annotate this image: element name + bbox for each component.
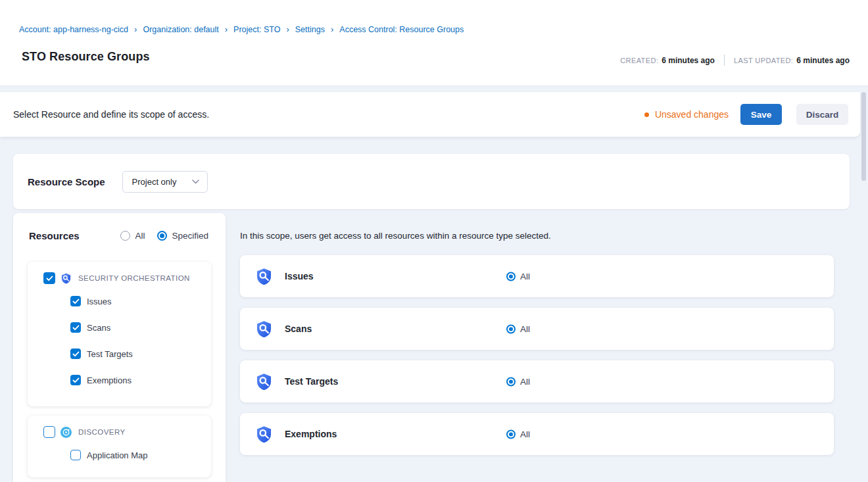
checkbox-issues[interactable] bbox=[70, 296, 81, 306]
radio-circle-selected-icon bbox=[157, 231, 167, 241]
radio-circle-selected-icon bbox=[506, 377, 516, 386]
resource-scope-select[interactable]: Project only bbox=[122, 171, 208, 193]
access-radio-all-issues[interactable]: All bbox=[506, 272, 530, 281]
access-radio-all-test-targets[interactable]: All bbox=[506, 377, 530, 387]
unsaved-dot-icon bbox=[644, 112, 649, 117]
created-value: 6 minutes ago bbox=[662, 56, 715, 65]
resources-mode-radio-group: All Specified bbox=[120, 231, 208, 241]
chevron-right-icon: › bbox=[286, 25, 289, 34]
last-updated-label: LAST UPDATED: bbox=[734, 57, 793, 64]
page-title: STO Resource Groups bbox=[22, 50, 150, 64]
radio-specified-label: Specified bbox=[172, 231, 208, 241]
access-radio-all-scans[interactable]: All bbox=[506, 324, 530, 334]
resource-item-issues: Issues bbox=[70, 288, 211, 314]
checkbox-test-targets[interactable] bbox=[70, 349, 81, 359]
shield-search-icon bbox=[255, 320, 273, 339]
checkbox-application-map[interactable] bbox=[70, 450, 81, 460]
resource-scope-selected-value: Project only bbox=[132, 177, 177, 187]
header-meta: CREATED: 6 minutes ago LAST UPDATED: 6 m… bbox=[620, 55, 850, 66]
resource-card-issues: Issues All bbox=[240, 255, 834, 297]
access-radio-label: All bbox=[520, 429, 530, 439]
breadcrumb-project[interactable]: Project: STO bbox=[233, 25, 280, 34]
resource-card-label: Scans bbox=[285, 324, 312, 334]
chevron-right-icon: › bbox=[331, 25, 333, 34]
resource-card-label: Issues bbox=[285, 271, 314, 281]
radar-icon bbox=[60, 427, 72, 438]
resources-panel: Resources All Specified SECURITY ORCHEST… bbox=[13, 213, 226, 482]
resource-card-label: Exemptions bbox=[285, 429, 337, 439]
checkbox-scans[interactable] bbox=[70, 322, 81, 333]
group-header: DISCOVERY bbox=[28, 416, 211, 438]
shield-search-icon bbox=[255, 372, 273, 391]
discard-button[interactable]: Discard bbox=[796, 104, 848, 125]
breadcrumb-account[interactable]: Account: app-harness-ng-cicd bbox=[19, 25, 128, 34]
unsaved-changes-status: Unsaved changes bbox=[644, 109, 729, 120]
chevron-right-icon: › bbox=[134, 25, 137, 34]
group-children: Issues Scans Test Targets Exemptions bbox=[28, 284, 211, 393]
resource-scope-card: Resource Scope Project only bbox=[13, 154, 850, 209]
radio-all[interactable]: All bbox=[120, 231, 145, 241]
access-radio-all-exemptions[interactable]: All bbox=[506, 429, 530, 439]
breadcrumb-resource-groups[interactable]: Access Control: Resource Groups bbox=[339, 25, 464, 34]
resource-item-scans: Scans bbox=[70, 314, 211, 341]
resource-label: Application Map bbox=[87, 450, 148, 460]
save-button[interactable]: Save bbox=[740, 104, 782, 125]
radio-circle-selected-icon bbox=[506, 324, 516, 333]
resource-card-test-targets: Test Targets All bbox=[240, 360, 834, 402]
group-discovery: DISCOVERY Application Map bbox=[28, 416, 211, 477]
radio-circle-selected-icon bbox=[506, 429, 516, 439]
group-children: Application Map bbox=[28, 438, 211, 468]
resources-header: Resources All Specified bbox=[13, 213, 226, 241]
toolbar-actions: Unsaved changes Save Discard bbox=[644, 104, 848, 125]
access-radio-label: All bbox=[520, 324, 530, 334]
checkbox-exemptions[interactable] bbox=[70, 375, 81, 385]
access-radio-label: All bbox=[520, 272, 530, 281]
resource-card-scans: Scans All bbox=[240, 308, 834, 350]
radio-circle-icon bbox=[120, 231, 130, 241]
shield-search-icon bbox=[255, 425, 273, 444]
radio-circle-selected-icon bbox=[506, 272, 516, 281]
resource-card-label: Test Targets bbox=[285, 376, 338, 387]
resource-label: Test Targets bbox=[87, 349, 133, 359]
shield-search-icon bbox=[255, 267, 273, 286]
resource-label: Exemptions bbox=[87, 375, 132, 385]
vertical-scrollbar[interactable] bbox=[861, 92, 866, 181]
resource-label: Scans bbox=[87, 323, 110, 333]
shield-search-icon bbox=[60, 273, 72, 284]
last-updated-value: 6 minutes ago bbox=[796, 56, 850, 65]
radio-specified[interactable]: Specified bbox=[157, 231, 208, 241]
resource-scope-label: Resource Scope bbox=[28, 176, 105, 187]
toolbar-description: Select Resource and define its scope of … bbox=[13, 109, 209, 120]
chevron-down-icon bbox=[192, 180, 199, 184]
group-security-orchestration: SECURITY ORCHESTRATION Issues Scans Test… bbox=[28, 262, 211, 406]
resource-item-application-map: Application Map bbox=[70, 442, 211, 468]
group-header: SECURITY ORCHESTRATION bbox=[28, 262, 211, 284]
group-checkbox-security-orchestration[interactable] bbox=[43, 272, 55, 284]
group-name: SECURITY ORCHESTRATION bbox=[78, 274, 190, 282]
resource-card-exemptions: Exemptions All bbox=[240, 413, 834, 455]
group-name: DISCOVERY bbox=[78, 428, 126, 436]
breadcrumb-settings[interactable]: Settings bbox=[295, 25, 325, 34]
action-toolbar: Select Resource and define its scope of … bbox=[0, 92, 860, 137]
meta-divider bbox=[724, 55, 725, 66]
resource-label: Issues bbox=[87, 297, 112, 306]
scope-description: In this scope, users get access to all r… bbox=[240, 231, 551, 241]
chevron-right-icon: › bbox=[225, 25, 228, 34]
resources-title: Resources bbox=[29, 230, 80, 241]
group-checkbox-discovery[interactable] bbox=[43, 426, 55, 438]
breadcrumb-organization[interactable]: Organization: default bbox=[143, 25, 218, 34]
resource-item-exemptions: Exemptions bbox=[70, 367, 211, 393]
unsaved-changes-label: Unsaved changes bbox=[655, 109, 729, 120]
page-header: Account: app-harness-ng-cicd › Organizat… bbox=[0, 0, 868, 85]
breadcrumb: Account: app-harness-ng-cicd › Organizat… bbox=[19, 25, 464, 34]
radio-all-label: All bbox=[135, 231, 145, 241]
resource-item-test-targets: Test Targets bbox=[70, 341, 211, 367]
created-label: CREATED: bbox=[620, 57, 658, 64]
access-radio-label: All bbox=[520, 377, 530, 387]
